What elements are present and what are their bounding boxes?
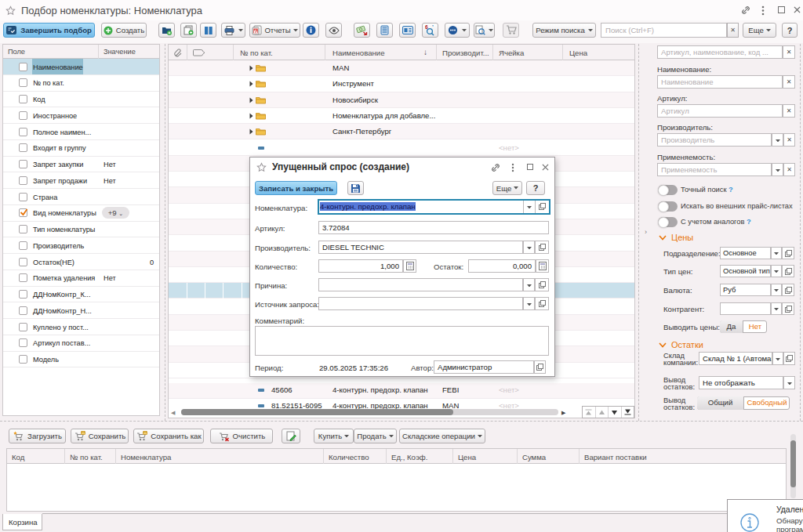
svg-text:’: ’	[432, 25, 434, 30]
svg-text:6: 6	[425, 25, 428, 30]
